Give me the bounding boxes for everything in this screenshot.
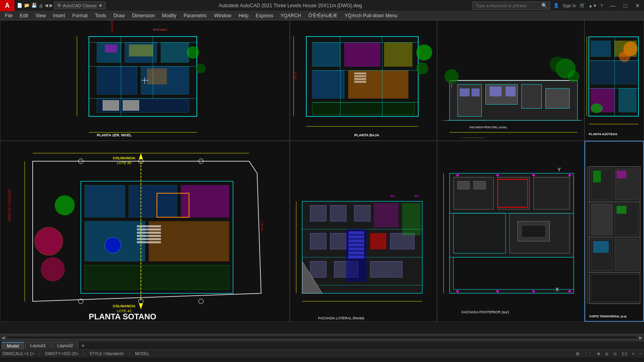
svg-rect-71: [591, 41, 611, 56]
minimize-button[interactable]: —: [606, 0, 620, 11]
svg-rect-191: [615, 239, 638, 270]
menu-edit[interactable]: Edit: [17, 11, 31, 20]
svg-text:PLANTA BAJA: PLANTA BAJA: [354, 133, 380, 137]
search-input[interactable]: [475, 3, 540, 8]
svg-rect-38: [354, 81, 366, 83]
panel-planta-sotano[interactable]: AREA DE DONACION CALLE COLINANCIA LOTE 8…: [0, 141, 290, 322]
menu-modify[interactable]: Modify: [159, 11, 180, 20]
svg-rect-36: [354, 75, 366, 77]
scroll-track[interactable]: [6, 336, 638, 339]
svg-point-174: [496, 290, 499, 292]
snap-icon[interactable]: ⊞: [576, 352, 579, 356]
menu-insert[interactable]: Insert: [50, 11, 68, 20]
svg-point-171: [533, 174, 535, 177]
svg-text:COLINANCIA: COLINANCIA: [113, 304, 136, 308]
window-controls: — □ ✕: [606, 0, 644, 11]
ortho-icon[interactable]: ⊕: [597, 352, 600, 356]
svg-point-103: [105, 237, 121, 253]
panel-fachada-principal[interactable]: ←————————→ FACHADA PRINCIPAL (norte): [437, 20, 584, 141]
svg-point-169: [456, 174, 459, 177]
svg-rect-57: [472, 88, 480, 97]
menu-format[interactable]: Format: [69, 11, 91, 20]
menu-draw[interactable]: Draw: [110, 11, 128, 20]
menu-yqarch-pulldown[interactable]: YQArch Pull-down Menu: [341, 11, 400, 20]
menu-parametric[interactable]: Parametric: [180, 11, 210, 20]
panel-fachada-posterior[interactable]: Y X FACHADA POSTERIOR (sur): [437, 141, 584, 322]
gear-icon: ⚙: [57, 3, 61, 8]
search-icon[interactable]: 🔍: [541, 3, 547, 8]
svg-rect-98: [137, 238, 161, 240]
panel-planta-azoteas[interactable]: PLANTA AZOTEAS: [584, 20, 644, 141]
cart-icon[interactable]: 🛒: [580, 3, 585, 8]
panel-planta-1er-nivel[interactable]: PLANTA dimensions PLANTA 1ER. NIVEL: [0, 20, 290, 141]
mode-status: MODEL: [135, 352, 149, 356]
settings-icon[interactable]: ▲▼: [588, 3, 597, 8]
maximize-button[interactable]: □: [620, 0, 631, 11]
menu-express[interactable]: Express: [252, 11, 276, 20]
svg-point-60: [444, 69, 459, 84]
dimscale-status: DIMSCALE:<1:1>: [2, 352, 34, 356]
scroll-left-arrow[interactable]: ◀: [2, 335, 5, 340]
menu-dimension[interactable]: Dimension: [129, 11, 158, 20]
svg-rect-58: [489, 86, 502, 97]
help-icon[interactable]: ?: [600, 3, 603, 8]
panel-corte-transversal[interactable]: CORTE TRANSVERSAL (a-a): [584, 141, 644, 322]
undo-icon[interactable]: ◀: [45, 3, 48, 8]
svg-rect-32: [312, 103, 414, 115]
workspace-label: AutoCAD Classic: [63, 3, 97, 8]
panel-fachada-lateral-frente[interactable]: dim dim FACHADA LATERAL (frente): [290, 141, 437, 322]
svg-point-64: [549, 56, 566, 72]
user-icon: 👤: [553, 3, 559, 8]
open-icon[interactable]: 📂: [24, 3, 30, 8]
svg-rect-135: [310, 261, 326, 278]
svg-rect-141: [374, 203, 398, 227]
svg-text:PLANTA AZOTEAS: PLANTA AZOTEAS: [589, 132, 617, 136]
menu-view[interactable]: View: [32, 11, 49, 20]
svg-rect-130: [354, 205, 370, 221]
svg-text:PLANTA SOTANO: PLANTA SOTANO: [89, 312, 157, 321]
svg-rect-148: [348, 239, 364, 243]
menu-window[interactable]: Window: [211, 11, 235, 20]
zoom-in-icon[interactable]: +: [632, 352, 634, 356]
save-icon[interactable]: 💾: [31, 3, 37, 8]
svg-rect-73: [591, 61, 636, 84]
new-icon[interactable]: 📄: [17, 3, 23, 8]
close-button[interactable]: ✕: [631, 0, 644, 11]
svg-rect-166: [522, 225, 546, 237]
panel-planta-baja[interactable]: CALLE PLANTA BAJA: [290, 20, 437, 141]
svg-rect-23: [147, 68, 167, 84]
svg-text:LOTE 80: LOTE 80: [117, 161, 131, 165]
menu-bar: File Edit View Insert Format Tools Draw …: [0, 11, 644, 20]
style-status: STYLE:<Standard>: [89, 352, 124, 356]
svg-rect-94: [137, 225, 161, 227]
tab-layout1[interactable]: Layout1: [25, 342, 51, 349]
tab-add-button[interactable]: +: [79, 342, 87, 349]
svg-text:dim: dim: [390, 195, 395, 197]
menu-tools[interactable]: Tools: [92, 11, 109, 20]
menu-help[interactable]: Help: [235, 11, 252, 20]
svg-text:PLANTA 1ER. NIVEL: PLANTA 1ER. NIVEL: [97, 133, 132, 137]
menu-special[interactable]: Ô'È²Ëé¼ÆÆ: [305, 11, 341, 20]
workspace-dropdown[interactable]: ⚙ AutoCAD Classic ▼: [54, 2, 105, 9]
horizontal-scrollbar[interactable]: ◀ ▶: [0, 334, 644, 341]
osnap-icon[interactable]: ⊙: [613, 352, 617, 356]
zoom-out-icon[interactable]: −: [639, 352, 642, 356]
redo-icon[interactable]: ▶: [50, 3, 53, 8]
svg-point-100: [35, 227, 63, 255]
menu-yqarch[interactable]: YQARCH: [277, 11, 304, 20]
grid-icon[interactable]: ⋮⋮: [584, 352, 592, 356]
model-tabs: Model Layout1 Layout2 +: [0, 341, 644, 350]
scroll-right-arrow[interactable]: ▶: [639, 335, 642, 340]
menu-file[interactable]: File: [2, 11, 16, 20]
toolbar-icons: 📄 📂 💾 🖨 ◀ ▶ ⚙ AutoCAD Classic ▼: [14, 2, 108, 9]
svg-point-173: [456, 290, 459, 292]
print-icon[interactable]: 🖨: [39, 3, 43, 8]
svg-rect-96: [137, 232, 161, 234]
polar-icon[interactable]: ◎: [605, 352, 609, 356]
svg-point-14: [187, 47, 199, 59]
tab-model[interactable]: Model: [2, 342, 24, 349]
sign-in[interactable]: Sign In: [562, 3, 576, 8]
status-bar: DIMSCALE:<1:1> | DIMSTY:<ISO-25> | STYLE…: [0, 350, 644, 358]
svg-rect-35: [354, 72, 366, 74]
tab-layout2[interactable]: Layout2: [52, 342, 78, 349]
